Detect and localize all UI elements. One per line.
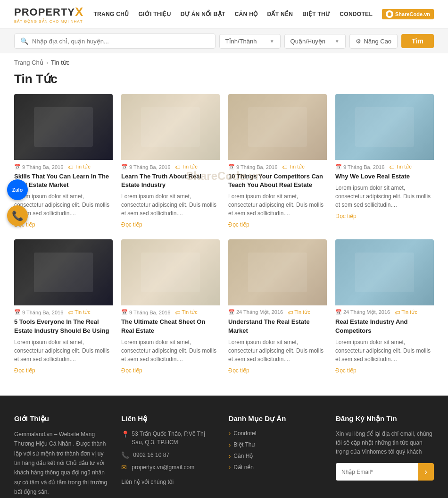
nav-trang-chu[interactable]: TRANG CHỦ — [93, 11, 129, 17]
article-card: 📅 9 Tháng Ba, 2016 🏷 Tin tức Learn The T… — [121, 94, 220, 231]
article-title: Real Estate Industry And Competitors — [335, 318, 434, 335]
article-card: 📅 9 Tháng Ba, 2016 🏷 Tin tức 5 Tools Eve… — [14, 239, 113, 376]
calendar-icon: 📅 — [228, 309, 235, 315]
tag-icon: 🏷 — [288, 310, 293, 315]
breadcrumb: Trang Chủ › Tin tức — [0, 53, 448, 72]
tinh-thanh-label: Tỉnh/Thành — [225, 38, 257, 45]
article-read-more[interactable]: Đọc tiếp — [335, 367, 357, 374]
articles-grid: 📅 9 Tháng Ba, 2016 🏷 Tin tức Skills That… — [14, 94, 434, 377]
article-title: 10 Things Your Competitors Can Teach You… — [228, 172, 327, 189]
footer-danh-muc-item[interactable]: ›Căn Hộ — [229, 452, 322, 460]
nav-dat-nen[interactable]: ĐẤT NỀN — [267, 11, 293, 17]
footer-lien-he-link[interactable]: Liên hệ với chúng tôi — [121, 479, 174, 485]
chevron-down-icon2: ▼ — [335, 39, 340, 44]
breadcrumb-current: Tin tức — [51, 59, 69, 66]
article-read-more[interactable]: Đọc tiếp — [228, 221, 249, 228]
article-read-more[interactable]: Đọc tiếp — [121, 221, 142, 228]
quan-huyen-select[interactable]: Quận/Huyện ▼ — [284, 34, 346, 49]
zalo-icon: Zalo — [12, 187, 23, 193]
logo-subtitle: BẤT ĐỘNG SẢN CHO MỌI NHÀT — [14, 19, 83, 24]
article-excerpt: Lorem ipsum dolor sit amet, consectetur … — [121, 338, 220, 363]
phone-icon: 📞 — [12, 210, 24, 221]
article-meta: 📅 24 Tháng Một, 2016 🏷 Tin tức — [228, 305, 327, 318]
footer-newsletter: Đăng Ký Nhận Tin Xin vui lòng để lại địa… — [336, 414, 434, 498]
footer-newsletter-title: Đăng Ký Nhận Tin — [336, 414, 434, 423]
main-nav: TRANG CHỦ GIỚI THIỆU DỰ ÁN NỔI BẬT CĂN H… — [93, 9, 434, 19]
tag-icon: 🏷 — [175, 164, 180, 170]
newsletter-submit-button[interactable]: › — [418, 463, 434, 481]
article-excerpt: Lorem ipsum dolor sit amet, consectetur … — [335, 338, 434, 363]
header: PROPERTY X BẤT ĐỘNG SẢN CHO MỌI NHÀT TRA… — [0, 0, 448, 29]
article-read-more[interactable]: Đọc tiếp — [14, 367, 35, 374]
article-read-more[interactable]: Đọc tiếp — [121, 367, 142, 374]
tag-icon: 🏷 — [282, 164, 287, 170]
article-category: 🏷 Tin tức — [288, 309, 310, 315]
article-excerpt: Lorem ipsum dolor sit amet, consectetur … — [14, 338, 113, 363]
nav-condotel[interactable]: CONDOTEL — [340, 11, 373, 17]
tim-button[interactable]: Tìm — [401, 34, 434, 48]
tag-icon: 🏷 — [68, 164, 73, 170]
footer-lien-he-title: Liên Hệ — [121, 414, 214, 423]
newsletter-email-input[interactable] — [336, 463, 418, 481]
article-read-more[interactable]: Đọc tiếp — [228, 367, 249, 374]
logo[interactable]: PROPERTY X BẤT ĐỘNG SẢN CHO MỌI NHÀT — [14, 5, 83, 24]
article-meta: 📅 9 Tháng Ba, 2016 🏷 Tin tức — [228, 160, 327, 172]
article-date: 📅 9 Tháng Ba, 2016 — [335, 164, 384, 170]
calendar-icon: 📅 — [228, 164, 235, 170]
content-area: ShareCode.vn 📅 9 Tháng Ba, 2016 🏷 Tin tứ… — [0, 94, 448, 396]
breadcrumb-home[interactable]: Trang Chủ — [14, 59, 43, 66]
calendar-icon: 📅 — [335, 309, 342, 315]
page-title: Tin Tức — [0, 72, 448, 94]
article-date: 📅 24 Tháng Một, 2016 — [228, 309, 283, 315]
article-meta: 📅 9 Tháng Ba, 2016 🏷 Tin tức — [14, 160, 113, 172]
search-input[interactable] — [32, 38, 209, 45]
sharecode-badge: ShareCode.vn — [382, 9, 434, 19]
email-icon: ✉ — [121, 464, 128, 471]
logo-text: PROPERTY — [14, 6, 75, 18]
calendar-icon: 📅 — [121, 164, 128, 170]
sharecode-icon — [386, 10, 393, 18]
footer-danh-muc: Danh Mục Dự Án ›Condotel›Biệt Thư›Căn Hộ… — [229, 414, 322, 498]
search-input-wrap: 🔍 — [14, 34, 216, 49]
footer-danh-muc-item[interactable]: ›Đất nền — [229, 464, 322, 471]
article-date: 📅 9 Tháng Ba, 2016 — [121, 164, 170, 170]
article-image — [228, 94, 327, 160]
article-title: Understand The Real Estate Market — [228, 318, 327, 335]
footer-danh-muc-item[interactable]: ›Biệt Thư — [229, 441, 322, 448]
article-card: 📅 24 Tháng Một, 2016 🏷 Tin tức Understan… — [228, 239, 327, 376]
footer-email: ✉ propertyx.vn@gmail.com — [121, 464, 214, 471]
nav-biet-thu[interactable]: BIỆT THƯ — [302, 11, 330, 17]
settings-icon: ⚙ — [356, 38, 361, 45]
article-category: 🏷 Tin tức — [282, 164, 305, 170]
float-phone-button[interactable]: 📞 — [7, 205, 28, 226]
article-meta: 📅 9 Tháng Ba, 2016 🏷 Tin tức — [335, 160, 434, 172]
nav-can-ho[interactable]: CĂN HỘ — [235, 11, 258, 17]
article-meta: 📅 24 Tháng Một, 2016 🏷 Tin tức — [335, 305, 434, 318]
article-title: 5 Tools Everyone In The Real Estate Indu… — [14, 318, 113, 335]
float-zalo-button[interactable]: Zalo — [7, 179, 28, 200]
tag-icon: 🏷 — [68, 310, 73, 315]
nav-gioi-thieu[interactable]: GIỚI THIỆU — [138, 11, 171, 17]
tinh-thanh-select[interactable]: Tỉnh/Thành ▼ — [219, 34, 281, 49]
logo-x-icon: X — [75, 5, 83, 19]
article-excerpt: Lorem ipsum dolor sit amet, consectetur … — [121, 192, 220, 218]
article-meta: 📅 9 Tháng Ba, 2016 🏷 Tin tức — [14, 305, 113, 318]
footer-address: 📍 53 Trần Quốc Thảo, P.Võ Thị Sáu, Q.3, … — [121, 430, 214, 447]
article-title: Why We Love Real Estate — [335, 172, 434, 181]
calendar-icon: 📅 — [14, 309, 21, 315]
article-excerpt: Lorem ipsum dolor sit amet, consectetur … — [228, 338, 327, 363]
sharecode-text: ShareCode.vn — [395, 11, 430, 17]
footer-danh-muc-item[interactable]: ›Condotel — [229, 430, 322, 437]
article-card: 📅 24 Tháng Một, 2016 🏷 Tin tức Real Esta… — [335, 239, 434, 376]
article-card: 📅 9 Tháng Ba, 2016 🏷 Tin tức 10 Things Y… — [228, 94, 327, 231]
article-category: 🏷 Tin tức — [68, 309, 91, 315]
footer-lien-he: Liên Hệ 📍 53 Trần Quốc Thảo, P.Võ Thị Sá… — [121, 414, 214, 498]
article-image — [335, 94, 434, 160]
nang-cao-button[interactable]: ⚙ Nâng Cao — [349, 34, 398, 49]
article-title: Learn The Truth About Real Estate Indust… — [121, 172, 220, 189]
tag-icon: 🏷 — [389, 164, 394, 170]
article-read-more[interactable]: Đọc tiếp — [335, 213, 357, 219]
article-image — [14, 239, 113, 305]
nav-du-an[interactable]: DỰ ÁN NỔI BẬT — [181, 11, 225, 17]
footer-gioi-thieu-text: Gemmaland.vn – Website Mang Thương Hiệu … — [14, 430, 107, 497]
